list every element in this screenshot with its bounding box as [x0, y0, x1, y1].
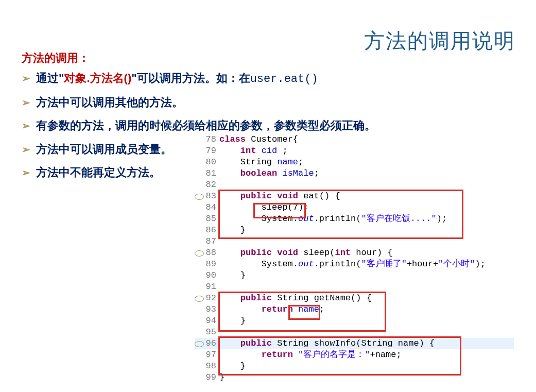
code-text: class Customer{ [219, 134, 514, 145]
code-line: 89 System.out.println("客户睡了"+hour+"个小时")… [195, 259, 514, 270]
code-text: public String showInfo(String name) { [219, 338, 514, 349]
code-text [219, 281, 514, 293]
line-number: 99 [195, 372, 219, 383]
line-number: 78 [195, 134, 219, 145]
code-line: 85 System.out.println("客户在吃饭...."); [195, 213, 514, 225]
code-text: public void sleep(int hour) { [219, 247, 514, 259]
code-line: 87 [195, 236, 514, 247]
line-number: 84 [195, 202, 219, 213]
line-number: 93 [195, 304, 219, 315]
code-text: public String getName() { [219, 293, 514, 304]
code-snippet: 78class Customer{79 int cid ;80 String n… [195, 134, 514, 383]
code-line: 93 return name; [195, 304, 514, 315]
code-line: 88 public void sleep(int hour) { [195, 247, 514, 259]
code-line: 80 String name; [195, 157, 514, 168]
line-number: 88 [195, 247, 219, 259]
code-text: } [219, 361, 514, 372]
code-text: } [219, 315, 514, 327]
code-line: 86 } [195, 225, 514, 236]
code-text: int cid ; [219, 145, 514, 157]
line-number: 95 [195, 327, 219, 338]
code-line: 90 } [195, 270, 514, 281]
line-number: 83 [195, 191, 219, 202]
code-line: 79 int cid ; [195, 145, 514, 157]
bullet-text: 方法中不能再定义方法。 [36, 163, 161, 181]
line-number: 81 [195, 168, 219, 179]
code-line: 83 public void eat() { [195, 191, 514, 202]
code-text: System.out.println("客户睡了"+hour+"个小时"); [219, 259, 514, 270]
code-line: 84 sleep(7); [195, 202, 514, 213]
line-number: 79 [195, 145, 219, 157]
code-text: } [219, 225, 514, 236]
bullet-arrow-icon: ➢ [22, 141, 31, 158]
code-text: } [219, 270, 514, 281]
code-line: 92 public String getName() { [195, 293, 514, 304]
bullet-item-3: ➢ 有参数的方法，调用的时候必须给相应的参数，参数类型必须正确。 [22, 116, 516, 134]
bullet-arrow-icon: ➢ [22, 117, 31, 134]
bullet-arrow-icon: ➢ [22, 164, 31, 181]
code-text [219, 179, 514, 191]
code-line: 96 public String showInfo(String name) { [195, 338, 514, 349]
code-line: 98 } [195, 361, 514, 372]
code-line: 82 [195, 179, 514, 191]
line-number: 97 [195, 349, 219, 361]
bullet-item-2: ➢ 方法中可以调用其他的方法。 [22, 93, 516, 111]
code-text: return "客户的名字是："+name; [219, 349, 514, 361]
code-line: 95 [195, 327, 514, 338]
line-number: 92 [195, 293, 219, 304]
code-text: String name; [219, 157, 514, 168]
code-line: 99} [195, 372, 514, 383]
code-text: } [219, 372, 514, 383]
b1-part-c: "可以调用方法。如：在 [131, 72, 250, 84]
line-number: 85 [195, 213, 219, 225]
section-heading: 方法的调用： [22, 50, 516, 66]
code-line: 97 return "客户的名字是："+name; [195, 349, 514, 361]
line-number: 94 [195, 315, 219, 327]
bullet-text: 有参数的方法，调用的时候必须给相应的参数，参数类型必须正确。 [36, 116, 376, 134]
code-line: 78class Customer{ [195, 134, 514, 145]
line-number: 90 [195, 270, 219, 281]
line-number: 80 [195, 157, 219, 168]
code-text [219, 236, 514, 247]
code-text: return name; [219, 304, 514, 315]
bullet-item-1: ➢ 通过"对象.方法名()"可以调用方法。如：在user.eat() [22, 69, 516, 88]
code-text: boolean isMale; [219, 168, 514, 179]
bullet-arrow-icon: ➢ [22, 94, 31, 111]
bullet-arrow-icon: ➢ [22, 70, 31, 87]
line-number: 96 [195, 338, 219, 349]
code-line: 91 [195, 281, 514, 293]
bullet-text: 方法中可以调用成员变量。 [36, 140, 172, 158]
code-text [219, 327, 514, 338]
line-number: 86 [195, 225, 219, 236]
code-text: System.out.println("客户在吃饭...."); [219, 213, 514, 225]
line-number: 82 [195, 179, 219, 191]
code-text: public void eat() { [219, 191, 514, 202]
bullet-text: 通过"对象.方法名()"可以调用方法。如：在user.eat() [36, 69, 318, 88]
line-number: 87 [195, 236, 219, 247]
code-line: 81 boolean isMale; [195, 168, 514, 179]
bullet-text: 方法中可以调用其他的方法。 [36, 93, 183, 111]
b1-part-a: 通过" [36, 72, 64, 84]
line-number: 98 [195, 361, 219, 372]
code-line: 94 } [195, 315, 514, 327]
b1-code: user.eat() [250, 73, 318, 86]
code-text: sleep(7); [219, 202, 514, 213]
b1-highlight: 对象.方法名() [64, 72, 131, 84]
line-number: 89 [195, 259, 219, 270]
line-number: 91 [195, 281, 219, 293]
